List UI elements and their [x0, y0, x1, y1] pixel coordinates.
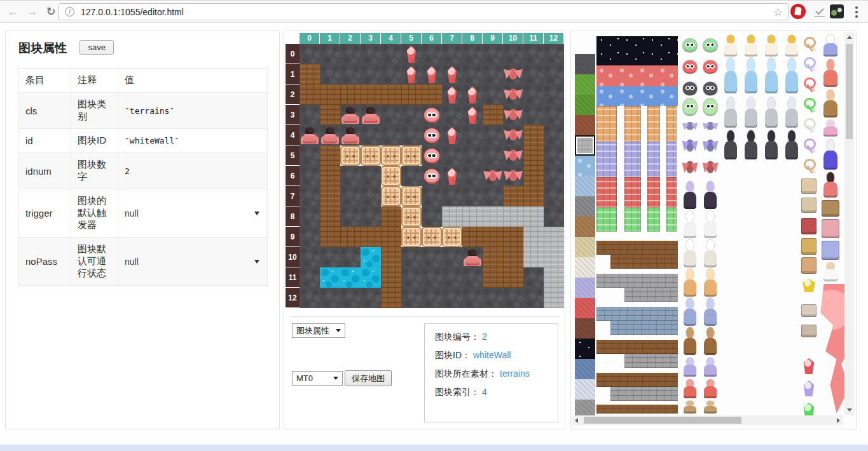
map-cell[interactable]: [442, 186, 462, 206]
dark-demon[interactable]: [783, 130, 800, 159]
orange-wall-strip[interactable]: [647, 106, 660, 142]
orange-wall-strip[interactable]: [666, 106, 677, 142]
map-cell[interactable]: [544, 44, 564, 64]
map-cell[interactable]: [401, 84, 422, 105]
violet-key[interactable]: [801, 138, 816, 154]
misc-item[interactable]: [801, 325, 816, 337]
red-ghost[interactable]: [702, 379, 719, 398]
blue-step[interactable]: [596, 307, 678, 321]
scroll-left-button[interactable]: [572, 415, 582, 425]
green-slime[interactable]: [682, 37, 698, 53]
tan-key[interactable]: [801, 36, 816, 53]
map-cell[interactable]: [401, 166, 422, 186]
purple-wall-strip[interactable]: [666, 142, 677, 177]
big-bat[interactable]: [682, 137, 698, 156]
map-cell[interactable]: [361, 125, 381, 145]
url-text[interactable]: 127.0.0.1:1055/editor.html: [81, 7, 184, 17]
map-cell[interactable]: [401, 105, 422, 125]
red-ghost[interactable]: [682, 379, 698, 398]
brick-step[interactable]: [596, 373, 678, 387]
map-cell[interactable]: [523, 267, 544, 288]
ice-tile[interactable]: [575, 379, 595, 400]
map-cell[interactable]: [503, 44, 523, 64]
blue-zombie[interactable]: [702, 298, 719, 326]
map-cell[interactable]: [523, 44, 544, 64]
purple-ghost[interactable]: [702, 358, 719, 377]
floor-select[interactable]: MT0: [292, 371, 343, 386]
edit-mode-select[interactable]: 图块属性: [292, 323, 345, 338]
prop-value[interactable]: ″terrains″: [118, 93, 268, 129]
map-cell[interactable]: [462, 166, 483, 186]
map-cell[interactable]: [320, 84, 340, 105]
green-wall-strip[interactable]: [624, 208, 641, 232]
map-cell[interactable]: [462, 288, 483, 308]
info-value[interactable]: whiteWall: [473, 350, 511, 360]
bat-sprite[interactable]: [503, 125, 523, 145]
gem-sprite[interactable]: [422, 64, 442, 84]
map-cell[interactable]: [300, 206, 320, 227]
map-cell[interactable]: [320, 64, 340, 84]
forward-icon[interactable]: →: [24, 4, 39, 19]
star-tile[interactable]: [575, 339, 595, 359]
map-cell[interactable]: [320, 145, 340, 166]
map-cell[interactable]: [300, 145, 320, 166]
map-cell[interactable]: [442, 145, 462, 166]
info-value[interactable]: 2: [482, 332, 487, 342]
map-cell[interactable]: [523, 206, 544, 227]
stone-step[interactable]: [596, 274, 678, 288]
silver-knight[interactable]: [743, 97, 759, 128]
green-slime[interactable]: [702, 37, 719, 53]
map-cell[interactable]: [340, 267, 361, 288]
map-cell[interactable]: [320, 247, 340, 267]
map-cell[interactable]: [401, 247, 422, 267]
map-cell[interactable]: [381, 227, 401, 247]
water-spirit[interactable]: [722, 58, 739, 93]
skel-sprite[interactable]: [462, 247, 483, 267]
map-cell[interactable]: [544, 227, 564, 247]
gem-sprite[interactable]: [442, 84, 462, 105]
map-cell[interactable]: [300, 267, 320, 288]
map-cell[interactable]: [361, 166, 381, 186]
map-cell[interactable]: [422, 206, 442, 227]
map-cell[interactable]: [462, 186, 483, 206]
gem-sprite[interactable]: [442, 64, 462, 84]
map-cell[interactable]: [340, 44, 361, 64]
bat-sprite[interactable]: [503, 166, 523, 186]
map-cell[interactable]: [523, 166, 544, 186]
red-slime[interactable]: [682, 59, 698, 74]
map-cell[interactable]: [483, 206, 503, 227]
prop-select[interactable]: null: [125, 255, 261, 269]
dark-demon[interactable]: [722, 130, 739, 159]
red-wall-strip[interactable]: [624, 177, 641, 208]
map-cell[interactable]: [544, 206, 564, 227]
map-cell[interactable]: [483, 125, 503, 145]
map-cell[interactable]: [483, 44, 503, 64]
map-cell[interactable]: [401, 267, 422, 288]
map-cell[interactable]: [361, 227, 381, 247]
map-cell[interactable]: [361, 44, 381, 64]
scroll-up-button[interactable]: [844, 32, 854, 42]
map-cell[interactable]: [483, 227, 503, 247]
red-slime[interactable]: [702, 59, 719, 74]
map-cell[interactable]: [300, 105, 320, 125]
map-cell[interactable]: [503, 267, 523, 288]
map-cell[interactable]: [462, 125, 483, 145]
orange-knight[interactable]: [682, 269, 698, 297]
red-book[interactable]: [801, 218, 816, 234]
map-cell[interactable]: [544, 247, 564, 267]
scroll-right-button[interactable]: [834, 415, 843, 425]
save-map-button[interactable]: 保存地图: [345, 370, 392, 386]
map-cell[interactable]: [503, 227, 523, 247]
map-cell[interactable]: [361, 247, 381, 267]
skeleton-soldier[interactable]: [702, 239, 719, 267]
map-cell[interactable]: [442, 288, 462, 308]
silver-knight[interactable]: [763, 97, 780, 128]
slime-sprite[interactable]: [422, 145, 442, 166]
purple-wall-strip[interactable]: [596, 142, 617, 177]
bookmark-star-icon[interactable]: ☆: [773, 6, 783, 19]
orange-wall-strip[interactable]: [624, 106, 641, 142]
prop-value[interactable]: 2: [118, 153, 268, 189]
refresh-icon[interactable]: ↻: [43, 4, 59, 19]
page-info-icon[interactable]: i: [65, 7, 74, 17]
black-slime[interactable]: [682, 81, 698, 96]
